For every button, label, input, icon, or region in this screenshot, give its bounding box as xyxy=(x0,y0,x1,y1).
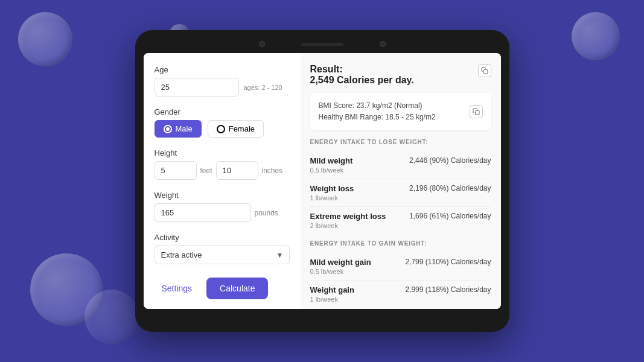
mild-weight-sub: 0.5 lb/week xyxy=(310,167,353,174)
bmi-score: BMI Score: 23.7 kg/m2 (Normal) xyxy=(319,100,436,112)
result-text-block: Result: 2,549 Calories per day. xyxy=(310,64,414,86)
gender-male-label: Male xyxy=(176,124,193,133)
weight-gain-text: Weight gain 1 lb/week xyxy=(310,285,354,303)
weight-loss-text: Weight loss 1 lb/week xyxy=(310,184,354,202)
activity-select-wrapper: Sedentary Lightly active Moderately acti… xyxy=(155,246,290,264)
result-label: Result: xyxy=(310,64,414,75)
right-panel: Result: 2,549 Calories per day. BMI Scor… xyxy=(301,53,501,309)
height-label: Height xyxy=(155,148,290,157)
speaker-indicator xyxy=(301,43,343,46)
lose-weight-section: ENERGY INTAKE TO LOSE WEIGHT: Mild weigh… xyxy=(310,139,491,234)
height-row: feet inches xyxy=(155,161,290,180)
weight-loss-sub: 1 lb/week xyxy=(310,194,354,202)
gain-weight-section: ENERGY INTAKE TO GAIN WEIGHT: Mild weigh… xyxy=(310,240,491,308)
weight-gain-calories: 2,999 (118%) Calories/day xyxy=(405,285,491,294)
mild-gain-name: Mild weight gain xyxy=(310,258,371,267)
inches-suffix: inches xyxy=(262,167,283,175)
weight-loss-name: Weight loss xyxy=(310,184,354,193)
lose-weight-items: Mild weight 0.5 lb/week 2,446 (90%) Calo… xyxy=(310,151,491,234)
age-group: Age ages: 2 - 120 xyxy=(155,65,290,97)
age-label: Age xyxy=(155,65,290,74)
height-feet-input[interactable] xyxy=(155,161,197,180)
gender-group: Gender Male Female xyxy=(155,107,290,138)
radio-male-dot xyxy=(164,125,172,133)
weight-loss-calories: 2,196 (80%) Calories/day xyxy=(409,184,491,192)
settings-button[interactable]: Settings xyxy=(155,279,200,298)
copy-bmi-button[interactable] xyxy=(470,105,483,118)
weight-gain-item: Weight gain 1 lb/week 2,999 (118%) Calor… xyxy=(310,281,491,308)
camera-indicator-2 xyxy=(380,41,386,47)
mild-weight-item: Mild weight 0.5 lb/week 2,446 (90%) Calo… xyxy=(310,151,491,179)
radio-female-dot xyxy=(217,125,225,133)
weight-gain-sub: 1 lb/week xyxy=(310,296,354,303)
weight-label: Weight xyxy=(155,191,290,200)
mild-weight-text: Mild weight 0.5 lb/week xyxy=(310,156,353,174)
height-group: Height feet inches xyxy=(155,148,290,180)
gain-weight-label: ENERGY INTAKE TO GAIN WEIGHT: xyxy=(310,240,491,247)
extreme-loss-item: Extreme weight loss 2 lb/week 1,696 (61%… xyxy=(310,207,491,234)
height-inches-input[interactable] xyxy=(216,161,258,180)
mild-weight-name: Mild weight xyxy=(310,156,353,165)
left-panel: Age ages: 2 - 120 Gender Male Female xyxy=(144,53,301,309)
bubble-3 xyxy=(572,12,620,60)
lose-weight-label: ENERGY INTAKE TO LOSE WEIGHT: xyxy=(310,139,491,145)
mild-weight-calories: 2,446 (90%) Calories/day xyxy=(409,156,491,165)
bubble-5 xyxy=(84,290,139,344)
weight-input[interactable] xyxy=(155,203,251,222)
result-header: Result: 2,549 Calories per day. xyxy=(310,64,491,86)
mild-gain-calories: 2,799 (110%) Calories/day xyxy=(405,258,491,266)
svg-rect-0 xyxy=(483,70,488,74)
weight-row: pounds xyxy=(155,203,290,222)
gender-female-option[interactable]: Female xyxy=(208,120,264,138)
tablet-screen: Age ages: 2 - 120 Gender Male Female xyxy=(144,53,501,309)
extreme-loss-calories: 1,696 (61%) Calories/day xyxy=(409,212,491,220)
feet-suffix: feet xyxy=(200,167,212,175)
mild-gain-item: Mild weight gain 0.5 lb/week 2,799 (110%… xyxy=(310,253,491,281)
weight-loss-item: Weight loss 1 lb/week 2,196 (80%) Calori… xyxy=(310,179,491,207)
gender-row: Male Female xyxy=(155,120,290,138)
gender-female-label: Female xyxy=(229,124,255,133)
mild-gain-text: Mild weight gain 0.5 lb/week xyxy=(310,258,371,275)
result-value: 2,549 Calories per day. xyxy=(310,75,414,86)
camera-indicator xyxy=(259,41,265,47)
bmi-range: Healthy BMI Range: 18.5 - 25 kg/m2 xyxy=(319,112,436,123)
copy-result-button[interactable] xyxy=(478,64,491,77)
extreme-loss-name: Extreme weight loss xyxy=(310,212,386,221)
age-hint: ages: 2 - 120 xyxy=(244,84,282,91)
activity-select[interactable]: Sedentary Lightly active Moderately acti… xyxy=(155,246,290,264)
activity-label: Activity xyxy=(155,233,290,242)
weight-unit: pounds xyxy=(255,209,278,217)
svg-rect-1 xyxy=(475,111,479,115)
gender-male-option[interactable]: Male xyxy=(155,120,202,138)
bmi-card: BMI Score: 23.7 kg/m2 (Normal) Healthy B… xyxy=(310,93,491,130)
calculate-button[interactable]: Calculate xyxy=(206,278,268,299)
tablet-top-bar xyxy=(144,41,501,47)
extreme-loss-text: Extreme weight loss 2 lb/week xyxy=(310,212,386,229)
tablet-frame: Age ages: 2 - 120 Gender Male Female xyxy=(135,30,509,332)
weight-group: Weight pounds xyxy=(155,191,290,222)
weight-gain-name: Weight gain xyxy=(310,285,354,294)
age-row: ages: 2 - 120 xyxy=(155,78,290,97)
bmi-info: BMI Score: 23.7 kg/m2 (Normal) Healthy B… xyxy=(319,100,436,123)
age-input[interactable] xyxy=(155,78,239,97)
gender-label: Gender xyxy=(155,107,290,116)
buttons-row: Settings Calculate xyxy=(155,278,290,299)
gain-weight-items: Mild weight gain 0.5 lb/week 2,799 (110%… xyxy=(310,253,491,308)
mild-gain-sub: 0.5 lb/week xyxy=(310,268,371,275)
bubble-1 xyxy=(18,12,72,66)
activity-group: Activity Sedentary Lightly active Modera… xyxy=(155,233,290,264)
extreme-loss-sub: 2 lb/week xyxy=(310,222,386,229)
